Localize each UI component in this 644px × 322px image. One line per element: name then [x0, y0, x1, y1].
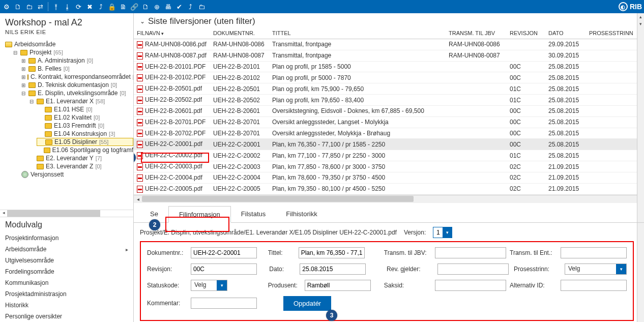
col-filnavn[interactable]: FILNAVN	[134, 27, 210, 39]
col-transm[interactable]: TRANSM. TIL JBV	[446, 27, 507, 39]
tree-item[interactable]: E1.01 HSE [0]	[38, 105, 133, 113]
folder-icon[interactable]: 🗀	[24, 2, 34, 11]
input-dato[interactable]	[300, 264, 366, 275]
print-icon[interactable]: 🖶	[163, 2, 172, 11]
col-prosesstrinn[interactable]: PROSESSTRINN	[586, 27, 637, 39]
tree-item[interactable]: ⊟E. Displin, utvekslingsområde [0]	[21, 89, 133, 97]
settings-icon[interactable]: 🗀	[197, 2, 206, 11]
collapse-icon[interactable]: ⊟	[13, 50, 18, 55]
tree-prosjekt[interactable]: ⊟ Prosjekt [65]	[13, 48, 133, 56]
input-tittel[interactable]	[299, 247, 365, 258]
col-revisjon[interactable]: REVISJON	[507, 27, 545, 39]
tab-filstatus[interactable]: Filstatus	[231, 206, 276, 222]
move-icon[interactable]: ⇄	[36, 2, 45, 11]
h-scrollbar[interactable]: ◂	[0, 210, 133, 217]
v-scrollbar[interactable]: ▴▾	[637, 13, 644, 322]
expand-icon[interactable]: ⊞	[21, 58, 26, 64]
tree-item-selected[interactable]: E1.05 Disipliner [55]	[37, 138, 133, 146]
tree-item[interactable]: E2. Leverandør Y [7]	[30, 154, 133, 162]
expand-icon[interactable]: ⊞	[21, 82, 26, 88]
chevron-down-icon[interactable]: ▾	[616, 264, 626, 274]
table-row[interactable]: UEH-22-B-20701.PDFUEH-22-B-20701Oversikt…	[134, 116, 637, 128]
download-icon[interactable]: ⭳	[63, 2, 72, 11]
version-select[interactable]: ▾	[433, 227, 452, 238]
tree-item[interactable]: ⊟E1. Leverandør X [58]	[30, 97, 133, 105]
input-saksid[interactable]	[435, 280, 506, 291]
chevron-down-icon[interactable]: ▾	[443, 227, 452, 238]
select-statuskode[interactable]: Velg▾	[191, 280, 227, 291]
menu-personlige[interactable]: Personlige oversikter	[0, 311, 133, 322]
update-button[interactable]: Oppdatér	[283, 296, 331, 311]
input-revisjon[interactable]	[191, 264, 257, 275]
menu-kommunikasjon[interactable]: Kommunikasjon	[0, 277, 133, 288]
tree-item[interactable]: Versjonssett	[21, 170, 133, 179]
grid-h-scrollbar[interactable]: ◂▸	[134, 195, 644, 203]
table-row[interactable]: RAM-UHN08-0086.pdfRAM-UHN08-0086Transmit…	[134, 39, 637, 50]
chevron-down-icon[interactable]: ▾	[217, 280, 227, 290]
delete-icon[interactable]: ✖	[85, 2, 94, 11]
tree-root-node[interactable]: Arbeidsområde	[5, 40, 133, 48]
doc2-icon[interactable]: 🗋	[141, 2, 150, 11]
menu-historikk[interactable]: Historikk	[0, 300, 133, 311]
lock-icon[interactable]: 🔒	[107, 2, 116, 11]
table-row[interactable]: UEH-22-C-20001.pdfUEH-22-C-20001Plan, km…	[134, 139, 637, 150]
menu-prosjektadmin[interactable]: Prosjektadministrasjon	[0, 288, 133, 300]
expand-icon[interactable]: ⊞	[21, 74, 25, 80]
tree-item[interactable]: E3. Leverandør Z [0]	[30, 162, 133, 170]
input-kommentar[interactable]	[191, 298, 257, 309]
menu-arbeidsomrade[interactable]: Arbeidsområde▸	[0, 244, 133, 255]
input-dokumentnr[interactable]	[191, 247, 257, 258]
tree-item[interactable]: ⊞B. Felles [0]	[21, 65, 133, 73]
upload-icon[interactable]: ⭱	[51, 2, 61, 11]
menu-fordeling[interactable]: Fordelingsområde	[0, 266, 133, 277]
input-transm-ent[interactable]	[561, 247, 627, 258]
table-row[interactable]: UEH-22-B-20501.pdfUEH-22-B-20501Plan og …	[134, 83, 637, 95]
table-row[interactable]: UEH-22-C-20005.pdfUEH-22-C-20005Plan, km…	[134, 183, 637, 194]
input-rev-gjelder[interactable]	[437, 264, 509, 275]
tree-item[interactable]: E1.03 Fremdrift [0]	[38, 122, 133, 130]
table-row[interactable]: UEH-22-C-20002.pdfUEH-22-C-20002Plan, km…	[134, 150, 637, 161]
tab-filinformasjon[interactable]: Filinformasjon	[168, 206, 231, 223]
tree-item[interactable]: ⊞D. Teknisk dokumentasjon [0]	[21, 81, 133, 89]
table-row[interactable]: UEH-22-B-20102.PDFUEH-22-B-20102Plan og …	[134, 72, 637, 83]
tree-item[interactable]: E1.06 Sportilgang og togframf	[38, 146, 133, 154]
col-dato[interactable]: DATO	[545, 27, 586, 39]
refresh-icon[interactable]: ⟳	[74, 2, 83, 11]
table-row[interactable]: UEH-22-B-20601.pdfUEH-22-B-20601Oversikt…	[134, 105, 637, 116]
link-icon[interactable]: 🔗	[130, 2, 139, 11]
note-icon[interactable]: 🗎	[119, 2, 128, 11]
gear-icon[interactable]: ⚙	[2, 2, 11, 11]
action-icon[interactable]: ⤴	[96, 2, 105, 11]
tree-item[interactable]: ⊞C. Kontrakt, korrespondanseområdet [0]	[21, 73, 133, 81]
table-row[interactable]: UEH-22-B-20502.pdfUEH-22-B-20502Plan og …	[134, 95, 637, 106]
tree-item[interactable]: ⊞A. Administrasjon [0]	[21, 56, 133, 65]
col-dokumentnr[interactable]: DOKUMENTNR.	[210, 27, 269, 39]
table-row[interactable]: UEH-22-B-20101.PDFUEH-22-B-20101Plan og …	[134, 61, 637, 72]
table-row[interactable]: UEH-22-B-20702.PDFUEH-22-B-20701Oversikt…	[134, 128, 637, 139]
action2-icon[interactable]: ⤴	[186, 2, 195, 11]
collapse-icon[interactable]: ⊟	[21, 91, 26, 96]
collapse-icon[interactable]: ⊟	[30, 99, 35, 104]
tree-item[interactable]: E1.04 Konstruksjon [3]	[38, 130, 133, 138]
col-tittel[interactable]: TITTEL	[269, 27, 446, 39]
select-prosesstrinn[interactable]: Velg▾	[565, 264, 627, 275]
tree-label: E3. Leverandør Z	[46, 163, 93, 170]
tab-filhistorikk[interactable]: Filhistorikk	[276, 206, 327, 222]
detail-breadcrumb: Prosjekt/E. Displin, utvekslingsområde/E…	[140, 229, 397, 236]
version-input[interactable]	[433, 228, 443, 237]
input-alternativ-id[interactable]	[561, 280, 627, 291]
check-icon[interactable]: ✔	[174, 2, 184, 11]
doc-icon[interactable]: 🗋	[13, 2, 22, 11]
input-produsent[interactable]	[305, 280, 371, 291]
plus-icon[interactable]: ⊕	[152, 2, 161, 11]
section-header[interactable]: ⌄ Siste filversjoner (uten filter)	[134, 13, 644, 27]
input-transm-jbv[interactable]	[435, 247, 506, 258]
menu-utgivelse[interactable]: Utgivelsesområde	[0, 255, 133, 266]
table-row[interactable]: RAM-UHN08-0087.pdfRAM-UHN08-0087Transmit…	[134, 50, 637, 61]
table-row[interactable]: UEH-22-C-20003.pdfUEH-22-C-20003Plan, km…	[134, 161, 637, 172]
tree-item[interactable]: E1.02 Kvalitet [0]	[38, 113, 133, 122]
menu-prosjektinfo[interactable]: Prosjektinformasjon	[0, 232, 133, 244]
pdf-icon	[137, 41, 143, 48]
table-row[interactable]: UEH-22-C-20004.pdfUEH-22-C-20004Plan, km…	[134, 172, 637, 183]
expand-icon[interactable]: ⊞	[21, 66, 26, 72]
